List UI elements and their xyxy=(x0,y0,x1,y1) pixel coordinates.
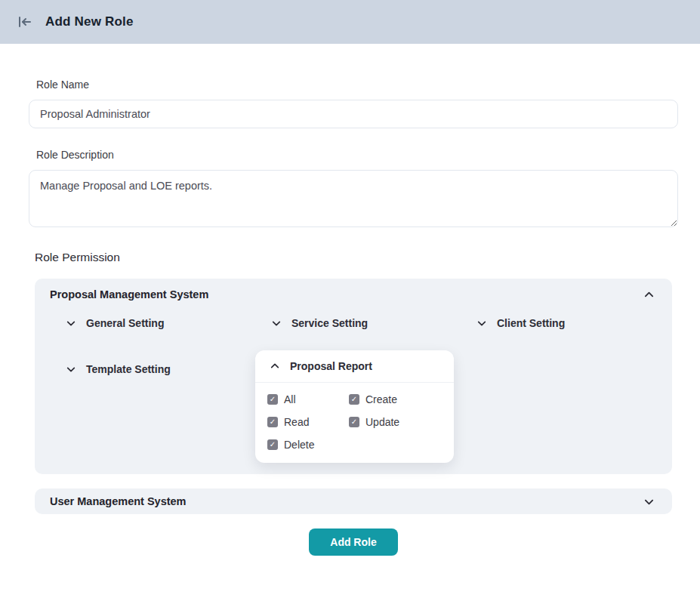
checkbox-label: Read xyxy=(284,416,309,428)
accordion-header-user-management[interactable]: User Management System xyxy=(35,488,672,514)
checkbox-label: Create xyxy=(365,393,397,405)
checkbox-all[interactable]: ✓ All xyxy=(267,393,349,405)
chevron-up-icon[interactable] xyxy=(644,290,654,300)
chevron-down-icon xyxy=(272,319,281,328)
role-name-label: Role Name xyxy=(36,79,678,91)
form-content: Role Name Role Description Manage Propos… xyxy=(0,79,700,556)
perm-group-client-setting[interactable]: Client Setting xyxy=(477,314,657,332)
checkbox-update[interactable]: ✓ Update xyxy=(349,416,442,428)
role-description-label: Role Description xyxy=(36,149,678,161)
perm-group-label: Client Setting xyxy=(497,317,565,329)
perm-group-template-setting[interactable]: Template Setting xyxy=(66,360,272,378)
checkbox-read[interactable]: ✓ Read xyxy=(267,416,349,428)
chevron-up-icon xyxy=(270,362,279,371)
permission-card-user-management: User Management System xyxy=(35,488,672,514)
accordion-title: Proposal Management System xyxy=(50,288,208,300)
perm-group-label: Template Setting xyxy=(86,363,171,375)
checkbox-delete[interactable]: ✓ Delete xyxy=(267,439,349,451)
permission-card-proposal-management: Proposal Management System General Setti… xyxy=(35,279,672,474)
proposal-report-permissions: ✓ All ✓ Create ✓ Read ✓ Update xyxy=(255,383,454,463)
perm-group-label: Proposal Report xyxy=(290,360,372,372)
role-permission-heading: Role Permission xyxy=(35,251,678,264)
checkbox-checked-icon[interactable]: ✓ xyxy=(267,439,278,450)
chevron-down-icon xyxy=(477,319,486,328)
checkbox-checked-icon[interactable]: ✓ xyxy=(349,417,359,427)
checkbox-label: Update xyxy=(365,416,399,428)
page-title: Add New Role xyxy=(45,14,134,29)
role-name-input[interactable] xyxy=(29,100,678,128)
checkbox-label: Delete xyxy=(284,439,314,451)
perm-group-service-setting[interactable]: Service Setting xyxy=(272,314,477,332)
perm-group-label: General Setting xyxy=(86,317,164,329)
chevron-down-icon xyxy=(66,365,76,374)
button-row: Add Role xyxy=(29,528,678,556)
role-description-textarea[interactable]: Manage Proposal and LOE reports. xyxy=(29,170,678,227)
checkbox-label: All xyxy=(284,393,296,405)
page-header: Add New Role xyxy=(0,0,700,44)
permission-group-grid: General Setting Service Setting Client S… xyxy=(35,300,672,474)
accordion-header-proposal-management[interactable]: Proposal Management System xyxy=(35,279,672,300)
perm-group-general-setting[interactable]: General Setting xyxy=(66,314,272,332)
perm-group-proposal-report[interactable]: Proposal Report xyxy=(255,350,454,383)
checkbox-checked-icon[interactable]: ✓ xyxy=(267,417,278,427)
accordion-title: User Management System xyxy=(50,495,187,507)
back-icon[interactable] xyxy=(15,12,35,32)
checkbox-create[interactable]: ✓ Create xyxy=(349,393,442,405)
perm-group-label: Service Setting xyxy=(291,317,368,329)
add-role-button[interactable]: Add Role xyxy=(309,528,397,556)
proposal-report-panel: Proposal Report ✓ All ✓ Create ✓ Read xyxy=(255,350,454,463)
chevron-down-icon xyxy=(66,319,76,328)
checkbox-checked-icon[interactable]: ✓ xyxy=(267,394,278,405)
checkbox-checked-icon[interactable]: ✓ xyxy=(349,394,359,405)
chevron-down-icon[interactable] xyxy=(644,497,654,507)
